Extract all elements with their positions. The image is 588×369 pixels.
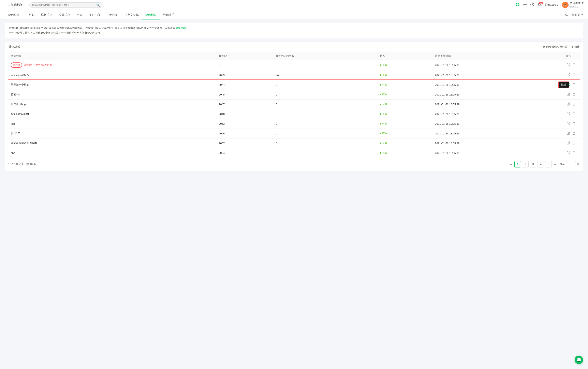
edit-button[interactable] bbox=[566, 122, 571, 126]
status-dot bbox=[380, 84, 381, 86]
org-label: 总部1202 bbox=[545, 3, 556, 7]
page-jump: 跳至 页 bbox=[560, 161, 580, 167]
org-selector[interactable]: 总部1202 ∨ bbox=[545, 3, 559, 7]
tag-name-cell: 只添加一个标签 bbox=[8, 80, 216, 90]
tag-id-cell: 2 bbox=[216, 60, 273, 70]
page-jump-input[interactable] bbox=[566, 161, 576, 167]
nav-item-custom-menu[interactable]: 自定义菜单 bbox=[121, 10, 142, 20]
new-label: 新建 bbox=[574, 45, 580, 49]
new-tag-button[interactable]: ⊕ 新建 bbox=[571, 45, 580, 49]
delete-button[interactable] bbox=[572, 151, 577, 155]
settings-icon[interactable] bbox=[523, 2, 527, 8]
page-btn-4[interactable]: 4 bbox=[537, 161, 544, 167]
status-dot bbox=[380, 152, 381, 154]
delete-button[interactable] bbox=[572, 102, 577, 107]
fans-count-cell: 0 bbox=[273, 109, 377, 119]
tag-name-text: 测试验证bug bbox=[11, 102, 26, 106]
table-row: test20530有效2021-01-26 18:05:39 bbox=[8, 119, 580, 129]
edit-button[interactable] bbox=[566, 92, 571, 97]
table-title: 微信标签 bbox=[8, 45, 20, 49]
edit-button[interactable] bbox=[566, 102, 571, 107]
table-header-row: 微信标签 标签ID 标签标记粉丝数 状态 最后更新时间 操作 bbox=[8, 52, 580, 60]
edit-button[interactable] bbox=[566, 131, 571, 136]
nav-item-template[interactable]: 模板消息 bbox=[38, 10, 56, 20]
add-button[interactable] bbox=[516, 2, 520, 8]
table-row: 测试12320560有效2021-01-26 18:05:39 bbox=[8, 129, 580, 138]
nav-item-qrcode[interactable]: 二维码 bbox=[23, 10, 38, 20]
nav-item-mass-send[interactable]: 微信群发 bbox=[5, 10, 23, 20]
nav-item-menu-msg[interactable]: 菜单消息 bbox=[56, 10, 73, 20]
new-icon: ⊕ bbox=[571, 45, 574, 49]
search-input[interactable] bbox=[32, 3, 96, 7]
delete-button[interactable] bbox=[572, 92, 577, 97]
nav-item-guide[interactable]: 导购助手 bbox=[160, 10, 178, 20]
page-btn-2[interactable]: 2 bbox=[522, 161, 529, 167]
nav-shop-arrow: ∨ bbox=[581, 13, 583, 16]
user-name: 公用测试111 bbox=[570, 1, 585, 5]
menu-icon[interactable]: ☰ bbox=[3, 3, 7, 7]
delete-button[interactable] bbox=[572, 131, 577, 136]
help-icon[interactable] bbox=[530, 2, 534, 8]
actions-cell bbox=[563, 109, 580, 119]
updated-cell: 2021-01-26 18:05:39 bbox=[433, 99, 563, 109]
status-text: 有效 bbox=[382, 122, 387, 125]
sync-icon: ↻ bbox=[543, 45, 545, 49]
detail-link[interactable]: 详细说明 bbox=[175, 27, 186, 30]
nav-shop-selector[interactable]: 梓洋商贸 ∨ bbox=[565, 13, 583, 17]
pagination: 1 - 10 条记录，共 46 条 ◀ 1 2 3 4 5 ▶ 跳至 页 bbox=[8, 158, 580, 167]
tag-name-text: 测试123 bbox=[11, 132, 20, 135]
svg-rect-8 bbox=[566, 14, 568, 15]
tag-name-cell: validation23777 bbox=[8, 70, 216, 80]
pagination-info: 1 - 10 条记录，共 46 条 bbox=[8, 162, 36, 166]
notification-icon[interactable]: 69 bbox=[537, 2, 542, 8]
next-page-button[interactable]: ▶ bbox=[553, 163, 557, 166]
fans-count-cell: 0 bbox=[273, 119, 377, 129]
edit-button[interactable] bbox=[566, 141, 571, 145]
table-row: 自动流程测试1.69版本20570有效2021-01-26 18:05:39 bbox=[8, 138, 580, 148]
tag-name-cell: 验证bug073001 bbox=[8, 109, 216, 119]
star-warning-text: 星标组不允许修改名称 bbox=[24, 63, 52, 67]
prev-page-button[interactable]: ◀ bbox=[509, 163, 513, 166]
jump-label: 跳至 bbox=[560, 162, 565, 166]
edit-button[interactable] bbox=[566, 112, 571, 116]
edit-button[interactable] bbox=[566, 73, 571, 77]
sync-button[interactable]: ↻ 同步微信后台标签 bbox=[543, 45, 567, 49]
actions-cell bbox=[563, 90, 580, 99]
delete-button[interactable] bbox=[572, 141, 577, 145]
table-row: validation23777202994有效2021-01-26 18:05:… bbox=[8, 70, 580, 80]
page-btn-1[interactable]: 1 bbox=[514, 161, 521, 167]
user-info: 公用测试111 TID: 31 bbox=[570, 1, 585, 9]
delete-button[interactable] bbox=[572, 63, 577, 67]
status-text: 有效 bbox=[382, 151, 387, 154]
header-page-title: 微信标签 bbox=[11, 3, 23, 7]
delete-button[interactable] bbox=[572, 73, 577, 77]
search-icon: 🔍 bbox=[96, 3, 100, 7]
user-menu[interactable]: 🐯 公用测试111 TID: 31 bbox=[562, 1, 585, 9]
actions-cell bbox=[563, 119, 580, 129]
nav-item-auto-reply[interactable]: 自动回复 bbox=[103, 10, 121, 20]
status-cell: 有效 bbox=[377, 129, 433, 138]
actions-cell bbox=[563, 148, 580, 158]
tag-name-cell: 验证bug bbox=[8, 90, 216, 99]
top-header: ☰ ‹ 微信标签 🔍 69 bbox=[0, 0, 588, 10]
sync-label: 同步微信后台标签 bbox=[546, 45, 567, 49]
status-text: 有效 bbox=[382, 83, 387, 86]
delete-button[interactable] bbox=[572, 82, 577, 87]
delete-button[interactable] bbox=[572, 112, 577, 116]
nav-item-wechat-tag[interactable]: 微信标签 bbox=[142, 10, 160, 20]
tags-table: 微信标签 标签ID 标签标记粉丝数 状态 最后更新时间 操作 星标组 星标组不允… bbox=[8, 52, 580, 158]
nav-item-merchant[interactable]: 商户中心 bbox=[86, 10, 103, 20]
status-cell: 有效 bbox=[377, 90, 433, 99]
page-btn-5[interactable]: 5 bbox=[545, 161, 552, 167]
edit-button[interactable] bbox=[566, 151, 571, 155]
table-row: 验证bug07300120480有效2021-01-26 18:05:39 bbox=[8, 109, 580, 119]
edit-button[interactable] bbox=[566, 63, 571, 67]
page-btn-3[interactable]: 3 bbox=[530, 161, 536, 167]
updated-cell: 2021-01-26 18:05:39 bbox=[433, 70, 563, 80]
delete-button[interactable] bbox=[572, 122, 577, 126]
search-bar[interactable]: 🔍 bbox=[29, 2, 102, 8]
nav-item-card[interactable]: 卡券 bbox=[73, 10, 86, 20]
status-text: 有效 bbox=[382, 142, 387, 144]
back-nav[interactable]: ‹ 微信标签 bbox=[9, 3, 23, 7]
page-unit: 页 bbox=[577, 162, 580, 166]
